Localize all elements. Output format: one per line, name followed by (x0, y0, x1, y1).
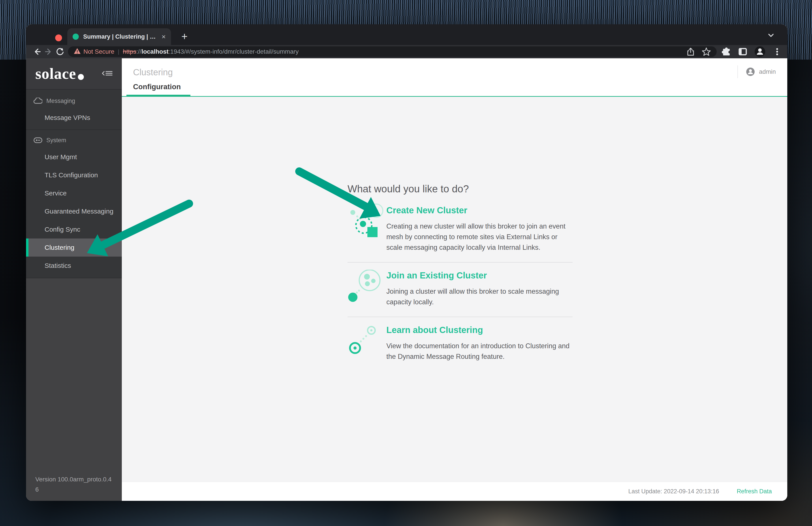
sidebar-item-config-sync[interactable]: Config Sync (26, 221, 122, 239)
bookmark-star-icon[interactable] (702, 47, 711, 56)
warning-icon (74, 48, 81, 56)
logo-dot (78, 74, 84, 80)
main-header: Clustering admin Configuration (122, 58, 787, 97)
url-path: :1943/#/system-info/dmr/cluster-detail/s… (169, 48, 299, 55)
tab-favicon-icon (73, 33, 79, 40)
app-page: solace Messaging Message VPNs (26, 58, 787, 501)
join-cluster-icon (348, 270, 386, 308)
menu-dots-icon[interactable] (772, 47, 782, 57)
omnibox-actions (686, 47, 711, 56)
learn-about-clustering-link[interactable]: Learn about Clustering (386, 325, 572, 335)
collapse-sidebar-icon[interactable] (102, 69, 113, 79)
new-tab-button[interactable]: + (177, 29, 191, 43)
address-bar[interactable]: Not Secure | https://localhost:1943/#/sy… (68, 46, 717, 57)
sidebar-nav: Messaging Message VPNs System User Mgmt … (26, 90, 122, 275)
sidebar: solace Messaging Message VPNs (26, 58, 122, 501)
create-new-cluster-link[interactable]: Create New Cluster (386, 205, 572, 215)
share-icon[interactable] (686, 47, 695, 56)
user-menu[interactable]: admin (737, 65, 776, 78)
learn-clustering-icon (348, 325, 386, 362)
active-tab-underline (127, 95, 190, 97)
page-title: Clustering (133, 67, 173, 77)
tab-bar: Configuration (122, 77, 787, 97)
option-join-existing-cluster: Join an Existing Cluster Joining a clust… (348, 262, 572, 317)
section-messaging: Messaging (26, 93, 122, 109)
section-system: System (26, 132, 122, 148)
sidebar-item-guaranteed-messaging[interactable]: Guaranteed Messaging (26, 202, 122, 221)
main-panel: Clustering admin Configuration What woul… (122, 58, 787, 501)
forward-icon[interactable] (43, 46, 54, 57)
close-window-button[interactable] (55, 34, 62, 41)
browser-toolbar: Not Secure | https://localhost:1943/#/sy… (26, 45, 787, 58)
sidebar-logo-block: solace (26, 58, 122, 90)
sidebar-item-tls-configuration[interactable]: TLS Configuration (26, 166, 122, 184)
refresh-data-link[interactable]: Refresh Data (737, 488, 772, 495)
learn-about-clustering-description: View the documentation for an introducti… (386, 341, 572, 362)
user-avatar-icon (746, 67, 755, 76)
last-update-label: Last Update: 2022-09-14 20:13:16 (628, 488, 719, 495)
section-label: System (46, 137, 66, 144)
profile-icon[interactable] (754, 46, 766, 57)
username: admin (759, 68, 776, 75)
sidebar-item-service[interactable]: Service (26, 184, 122, 202)
sidebar-item-statistics[interactable]: Statistics (26, 257, 122, 275)
cloud-icon (33, 98, 42, 104)
create-new-cluster-description: Creating a new cluster will allow this b… (386, 221, 572, 253)
url-scheme-sep: :// (136, 48, 142, 55)
url-host: localhost (142, 48, 169, 55)
option-create-new-cluster: Create New Cluster Creating a new cluste… (348, 202, 572, 262)
solace-logo: solace (35, 65, 84, 83)
option-learn-about-clustering: Learn about Clustering View the document… (348, 317, 572, 371)
status-bar: Last Update: 2022-09-14 20:13:16 Refresh… (122, 482, 787, 501)
browser-tab-active[interactable]: Summary | Clustering | System × (67, 28, 171, 45)
tab-search-chevron-icon[interactable] (767, 31, 775, 41)
sidebar-divider (26, 129, 122, 130)
tab-close-icon[interactable]: × (161, 33, 166, 40)
browser-tabstrip: Summary | Clustering | System × + (26, 24, 787, 45)
reload-icon[interactable] (54, 46, 66, 57)
question-heading: What would you like to do? (348, 183, 572, 195)
tab-configuration[interactable]: Configuration (133, 83, 181, 91)
browser-window: Summary | Clustering | System × + (26, 24, 787, 501)
version-text-wrap: 6 (35, 484, 113, 495)
broker-icon (33, 137, 42, 143)
section-label: Messaging (46, 98, 75, 104)
create-cluster-icon (348, 205, 386, 253)
join-existing-cluster-description: Joining a cluster will allow this broker… (386, 286, 572, 308)
sidebar-item-user-mgmt[interactable]: User Mgmt (26, 148, 122, 166)
side-panel-icon[interactable] (738, 47, 748, 57)
not-secure-label: Not Secure (83, 48, 114, 55)
tab-title: Summary | Clustering | System (83, 33, 158, 40)
url-separator: | (118, 48, 119, 55)
desktop-wallpaper: Summary | Clustering | System × + (0, 0, 812, 526)
url-text: https://localhost:1943/#/system-info/dmr… (123, 48, 299, 55)
sidebar-item-clustering[interactable]: Clustering (26, 239, 122, 257)
sidebar-item-message-vpns[interactable]: Message VPNs (26, 109, 122, 127)
sidebar-footer: Version 100.0arm_proto.0.4 6 (26, 278, 122, 501)
content-area: What would you like to do? (122, 97, 787, 482)
version-text: Version 100.0arm_proto.0.4 (35, 474, 113, 484)
join-existing-cluster-link[interactable]: Join an Existing Cluster (386, 270, 572, 281)
toolbar-right-actions (721, 46, 782, 57)
back-icon[interactable] (31, 46, 43, 57)
url-scheme: https (123, 48, 136, 55)
extensions-puzzle-icon[interactable] (722, 47, 731, 57)
